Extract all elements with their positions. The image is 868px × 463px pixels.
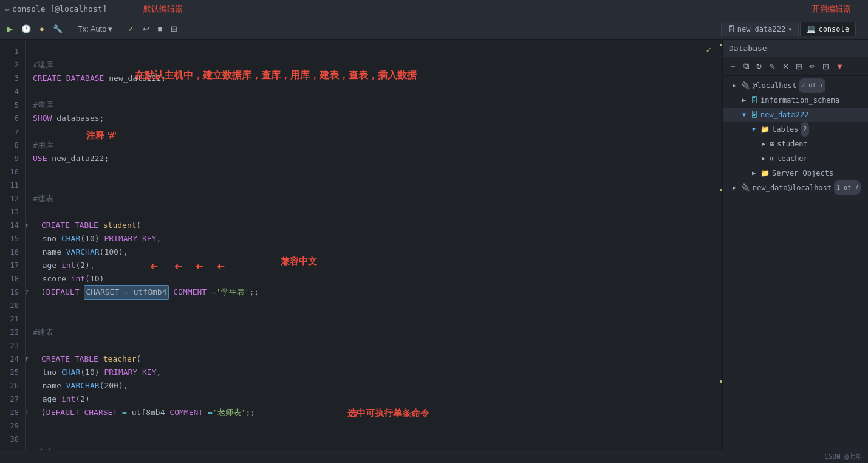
tree-item-server-objects[interactable]: ▶ 📁 Server Objects	[723, 166, 868, 180]
db-icon-info-schema: 🗄	[751, 93, 758, 108]
wrench-button[interactable]: 🔧	[50, 22, 66, 35]
tab-console[interactable]: 💻 console	[800, 22, 856, 36]
sidebar-add-btn[interactable]: ＋	[726, 60, 739, 73]
tree-item-tables[interactable]: ▼ 📁 tables 2	[723, 122, 868, 137]
sidebar-copy-btn[interactable]: ⧉	[741, 60, 751, 72]
tab1-label: new_data222	[737, 25, 785, 33]
ln-24: 24	[0, 352, 25, 366]
ln-8: 8	[0, 139, 25, 152]
run-button[interactable]: ▶	[4, 22, 16, 35]
code-line-32[interactable]: #查表	[33, 446, 717, 450]
code-line-17[interactable]: age int(2),	[33, 259, 717, 272]
label-teacher: teacher	[777, 151, 808, 166]
arrow-teacher[interactable]: ▶	[762, 151, 770, 166]
arrow-new-data222[interactable]: ▼	[742, 108, 751, 122]
code-line-25[interactable]: tno CHAR(10) PRIMARY KEY,	[33, 366, 717, 379]
tree-item-new-data-localhost[interactable]: ▶ 🔌 new_data@localhost 1 of 7	[723, 180, 868, 195]
code-line-6[interactable]: SHOW databases;	[33, 112, 717, 125]
code-line-9[interactable]: USE new_data222;	[33, 152, 717, 165]
arrow-student[interactable]: ▶	[762, 137, 770, 151]
fold-btn-28[interactable]: ▽	[26, 406, 29, 419]
code-line-16[interactable]: name VARCHAR(100),	[33, 245, 717, 259]
label-student: student	[777, 137, 808, 151]
code-line-14[interactable]: ▼ CREATE TABLE student(	[33, 219, 717, 232]
code-line-13[interactable]	[33, 205, 717, 219]
tree-container[interactable]: ▶ 🔌 @localhost 2 of 7 ▶ 🗄 information_sc…	[723, 76, 868, 450]
annotation-default-editor: 默认编辑器	[143, 4, 183, 15]
line-numbers: 1 2 3 4 5 6 7 8 9 10 11 12 13 14 15 16 1	[0, 40, 26, 450]
code-line-19[interactable]: ▽ )DEFAULT CHARSET = utf8mb4 COMMENT ='学…	[33, 286, 717, 299]
tree-item-teacher[interactable]: ▶ ⊞ teacher	[723, 151, 868, 166]
divider-2	[120, 23, 120, 35]
code-line-18[interactable]: score int(10)	[33, 272, 717, 286]
indicator-3	[720, 380, 722, 383]
ln-28: 28	[0, 406, 25, 419]
arrow-new-data-localhost[interactable]: ▶	[733, 180, 741, 195]
ln-23: 23	[0, 339, 25, 352]
tab-area: 🗄 new_data222 ▾ 💻 console	[721, 22, 856, 36]
annotation-hash: 注释 '#'	[86, 130, 117, 142]
code-line-20[interactable]	[33, 299, 717, 312]
tab-new-data222[interactable]: 🗄 new_data222 ▾	[721, 22, 799, 36]
sidebar-table-btn[interactable]: ⊞	[793, 61, 805, 72]
ln-2: 2	[0, 58, 25, 72]
code-line-12[interactable]: #建表	[33, 192, 717, 205]
tab2-label: console	[818, 25, 849, 33]
badge-localhost: 2 of 7	[799, 78, 825, 93]
code-line-1[interactable]	[33, 45, 717, 58]
code-line-27[interactable]: age int(2)	[33, 393, 717, 406]
fold-btn-14[interactable]: ▼	[26, 219, 29, 232]
sidebar-header: Database	[723, 40, 868, 57]
divider-1	[70, 23, 70, 35]
arrow-compat4: ➜	[217, 259, 225, 274]
tree-item-student[interactable]: ▶ ⊞ student	[723, 137, 868, 151]
fold-btn-24[interactable]: ▼	[26, 352, 29, 366]
sidebar-edit-btn[interactable]: ✎	[767, 61, 778, 72]
sidebar-filter-btn[interactable]: ▼	[833, 61, 846, 72]
code-line-26[interactable]: name VARCHAR(200),	[33, 379, 717, 393]
code-line-11[interactable]	[33, 179, 717, 192]
indicator-2	[720, 189, 722, 191]
code-line-22[interactable]: #建表	[33, 326, 717, 339]
tx-button[interactable]: Tx: Auto ▾	[75, 22, 115, 35]
code-line-10[interactable]	[33, 165, 717, 179]
sidebar-title: Database	[729, 44, 767, 53]
arrow-localhost[interactable]: ▶	[733, 78, 741, 93]
profile-button[interactable]: ●	[36, 22, 47, 35]
check-button[interactable]: ✓	[125, 22, 137, 35]
sidebar-pencil-btn[interactable]: ✏	[807, 61, 818, 72]
sidebar-refresh-btn[interactable]: ↻	[753, 61, 765, 72]
code-content[interactable]: ✓ #建库 CREATE DATABASE new_data222; #查库 S…	[26, 40, 717, 450]
clock-button[interactable]: 🕐	[18, 22, 34, 35]
code-container[interactable]: 1 2 3 4 5 6 7 8 9 10 11 12 13 14 15 16 1	[0, 40, 722, 450]
sidebar-toolbar: ＋ ⧉ ↻ ✎ ✕ ⊞ ✏ ⊡ ▼	[723, 57, 868, 76]
undo-button[interactable]: ↩	[140, 22, 152, 35]
code-line-24[interactable]: ▼ CREATE TABLE teacher(	[33, 352, 717, 366]
grid-button[interactable]: ⊞	[168, 22, 180, 35]
label-server-objects: Server Objects	[772, 166, 833, 180]
code-line-7[interactable]	[33, 125, 717, 139]
code-line-23[interactable]	[33, 339, 717, 352]
code-line-8[interactable]: #用库	[33, 139, 717, 152]
code-line-4[interactable]	[33, 85, 717, 98]
stop-button[interactable]: ■	[155, 22, 166, 35]
code-line-15[interactable]: sno CHAR(10) PRIMARY KEY,	[33, 232, 717, 245]
sidebar-delete-btn[interactable]: ✕	[780, 61, 791, 72]
arrow-info-schema[interactable]: ▶	[742, 93, 751, 108]
tree-item-info-schema[interactable]: ▶ 🗄 information_schema	[723, 93, 868, 108]
tree-item-new-data222[interactable]: ▼ 🗄 new_data222	[723, 108, 868, 122]
arrow-server-objects[interactable]: ▶	[752, 166, 760, 180]
console-icon-tab: 💻	[807, 25, 816, 33]
label-tables: tables	[772, 122, 798, 137]
ln-11: 11	[0, 179, 25, 192]
code-line-21[interactable]	[33, 312, 717, 326]
code-line-30[interactable]	[33, 433, 717, 446]
fold-btn-19[interactable]: ▽	[26, 286, 29, 299]
ln-26: 26	[0, 379, 25, 393]
tree-item-localhost[interactable]: ▶ 🔌 @localhost 2 of 7	[723, 78, 868, 93]
sidebar-grid2-btn[interactable]: ⊡	[820, 61, 832, 72]
tab1-dropdown: ▾	[788, 25, 792, 33]
code-line-5[interactable]: #查库	[33, 98, 717, 112]
code-line-29[interactable]	[33, 419, 717, 433]
arrow-tables[interactable]: ▼	[752, 122, 760, 137]
